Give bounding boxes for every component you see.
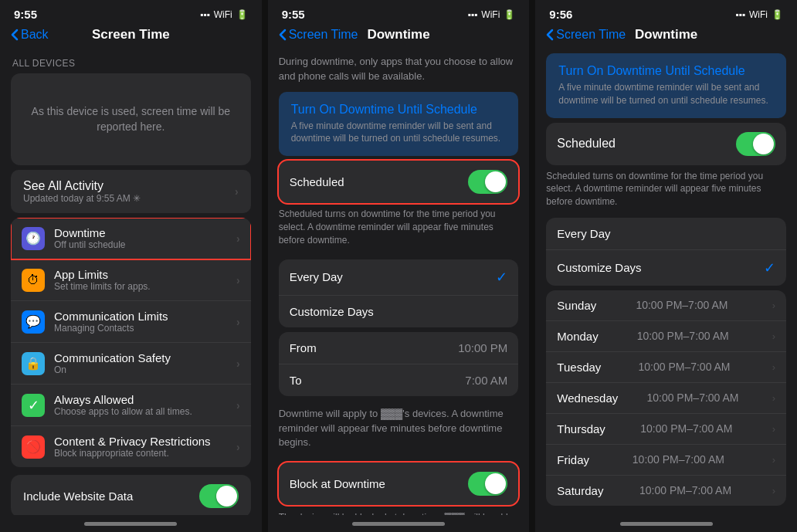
back-button-2[interactable]: Screen Time [279, 28, 358, 42]
p3-customize-days-row[interactable]: Customize Days ✓ [546, 250, 786, 286]
battery-icon-2: 🔋 [504, 9, 515, 20]
every-day-label: Every Day [290, 270, 343, 283]
always-allowed-label: Always Allowed [54, 393, 236, 406]
status-time-1: 9:55 [14, 8, 37, 21]
block-at-downtime-toggle[interactable] [468, 472, 507, 496]
p3-turn-on-downtime-button[interactable]: Turn On Downtime Until Schedule A five m… [546, 53, 786, 118]
battery-icon: 🔋 [236, 9, 248, 20]
status-bar-2: 9:55 ▪▪▪ WiFi 🔋 [268, 0, 530, 24]
p3-wednesday-label: Wednesday [557, 391, 618, 405]
p3-saturday-row[interactable]: Saturday 10:00 PM–7:00 AM › [546, 476, 786, 506]
back-button-1[interactable]: Back [11, 28, 49, 42]
p3-saturday-label: Saturday [557, 484, 603, 497]
p3-friday-label: Friday [557, 453, 589, 466]
downtime-text: Downtime Off until schedule [54, 226, 236, 250]
menu-item-downtime[interactable]: 🕐 Downtime Off until schedule › [11, 218, 251, 259]
scheduled-toggle[interactable] [468, 170, 507, 194]
block-at-downtime-row[interactable]: Block at Downtime [279, 463, 519, 505]
signal-icon-3: ▪▪▪ [735, 9, 745, 20]
scheduled-card: Scheduled [279, 161, 519, 203]
customize-days-label: Customize Days [290, 305, 374, 318]
section-label-1: ALL DEVICES [0, 49, 262, 73]
home-indicator-1 [0, 515, 262, 532]
p3-thursday-row[interactable]: Thursday 10:00 PM–7:00 AM › [546, 414, 786, 445]
turn-on-downtime-sub: A five minute downtime reminder will be … [291, 120, 507, 146]
app-limits-chevron-icon: › [236, 274, 240, 286]
comm-limits-chevron-icon: › [236, 316, 240, 328]
comm-safety-sublabel: On [54, 364, 236, 375]
panel3-content: Turn On Downtime Until Schedule A five m… [535, 49, 797, 515]
app-limits-label: App Limits [54, 268, 236, 281]
nav-bar-2: Screen Time Downtime [268, 24, 530, 49]
downtime-sublabel: Off until schedule [54, 239, 236, 250]
menu-item-comm-limits[interactable]: 💬 Communication Limits Managing Contacts… [11, 301, 251, 343]
every-day-check-icon: ✓ [496, 269, 507, 286]
turn-on-downtime-label: Turn On Downtime Until Schedule [291, 103, 507, 117]
p3-monday-chevron-icon: › [772, 330, 775, 342]
p3-tuesday-label: Tuesday [557, 361, 601, 374]
p3-thursday-chevron-icon: › [772, 423, 775, 435]
p3-monday-value: 10:00 PM–7:00 AM [637, 330, 729, 342]
p3-customize-days-check-icon: ✓ [764, 259, 775, 276]
p3-customize-days-label: Customize Days [557, 261, 641, 274]
menu-item-content-privacy[interactable]: 🚫 Content & Privacy Restrictions Block i… [11, 426, 251, 467]
to-value: 7:00 AM [465, 374, 507, 387]
scheduled-sub: Scheduled turns on downtime for the time… [268, 208, 530, 254]
p3-sunday-chevron-icon: › [772, 300, 775, 311]
p3-tuesday-chevron-icon: › [772, 361, 775, 373]
panel-downtime-expanded: 9:56 ▪▪▪ WiFi 🔋 Screen Time Downtime Tur… [535, 0, 797, 532]
nav-bar-3: Screen Time Downtime [535, 24, 797, 49]
see-all-activity-row[interactable]: See All Activity Updated today at 9:55 A… [11, 170, 251, 213]
scheduled-row[interactable]: Scheduled [279, 161, 519, 203]
app-limits-icon: ⏱ [22, 269, 45, 292]
status-icons-3: ▪▪▪ WiFi 🔋 [735, 9, 783, 20]
content-privacy-label: Content & Privacy Restrictions [54, 435, 236, 448]
menu-item-always-allowed[interactable]: ✓ Always Allowed Choose apps to allow at… [11, 385, 251, 426]
p3-saturday-value: 10:00 PM–7:00 AM [639, 484, 731, 496]
from-row[interactable]: From 10:00 PM [279, 332, 519, 364]
scheduled-label: Scheduled [290, 175, 344, 188]
p3-friday-value: 10:00 PM–7:00 AM [633, 453, 724, 466]
p3-scheduled-row[interactable]: Scheduled [546, 123, 786, 165]
panel2-content: During downtime, only apps that you choo… [268, 49, 530, 515]
see-all-label: See All Activity [23, 179, 141, 193]
p3-saturday-chevron-icon: › [772, 485, 775, 496]
p3-scheduled-toggle[interactable] [736, 132, 775, 156]
turn-on-downtime-button[interactable]: Turn On Downtime Until Schedule A five m… [279, 92, 519, 157]
wifi-icon: WiFi [214, 9, 232, 20]
wifi-icon-3: WiFi [749, 9, 768, 20]
include-website-toggle-row[interactable]: Include Website Data [11, 475, 251, 515]
p3-sunday-row[interactable]: Sunday 10:00 PM–7:00 AM › [546, 290, 786, 321]
home-bar-2 [352, 522, 445, 526]
p3-wednesday-chevron-icon: › [772, 392, 775, 404]
content-privacy-text: Content & Privacy Restrictions Block ina… [54, 435, 236, 459]
see-all-chevron-icon: › [235, 185, 239, 198]
p3-every-day-row[interactable]: Every Day [546, 218, 786, 250]
menu-item-comm-safety[interactable]: 🔒 Communication Safety On › [11, 343, 251, 385]
to-row[interactable]: To 7:00 AM [279, 364, 519, 396]
p3-thursday-label: Thursday [557, 422, 605, 435]
p3-monday-row[interactable]: Monday 10:00 PM–7:00 AM › [546, 321, 786, 352]
include-website-toggle[interactable] [199, 484, 239, 508]
panel-downtime: 9:55 ▪▪▪ WiFi 🔋 Screen Time Downtime Dur… [268, 0, 530, 532]
comm-safety-label: Communication Safety [54, 351, 236, 364]
always-allowed-icon: ✓ [22, 394, 45, 417]
p3-tuesday-value: 10:00 PM–7:00 AM [638, 361, 730, 373]
back-button-3[interactable]: Screen Time [546, 28, 626, 42]
every-day-row[interactable]: Every Day ✓ [279, 259, 519, 296]
comm-limits-icon: 💬 [22, 310, 45, 334]
p3-tuesday-row[interactable]: Tuesday 10:00 PM–7:00 AM › [546, 352, 786, 383]
include-website-label: Include Website Data [23, 490, 133, 503]
p3-wednesday-row[interactable]: Wednesday 10:00 PM–7:00 AM › [546, 383, 786, 414]
p3-scheduled-label: Scheduled [557, 137, 616, 151]
activity-spinner-icon: ✳ [133, 193, 141, 204]
nav-title-3: Downtime [635, 27, 697, 42]
customize-days-row[interactable]: Customize Days [279, 296, 519, 327]
nav-bar-1: Back Screen Time [0, 24, 262, 49]
p3-thursday-value: 10:00 PM–7:00 AM [640, 422, 732, 435]
p3-friday-row[interactable]: Friday 10:00 PM–7:00 AM › [546, 445, 786, 476]
p3-scheduled-card: Scheduled [546, 123, 786, 165]
downtime-chevron-icon: › [236, 232, 240, 245]
menu-item-app-limits[interactable]: ⏱ App Limits Set time limits for apps. › [11, 259, 251, 301]
comm-limits-text: Communication Limits Managing Contacts [54, 310, 236, 334]
